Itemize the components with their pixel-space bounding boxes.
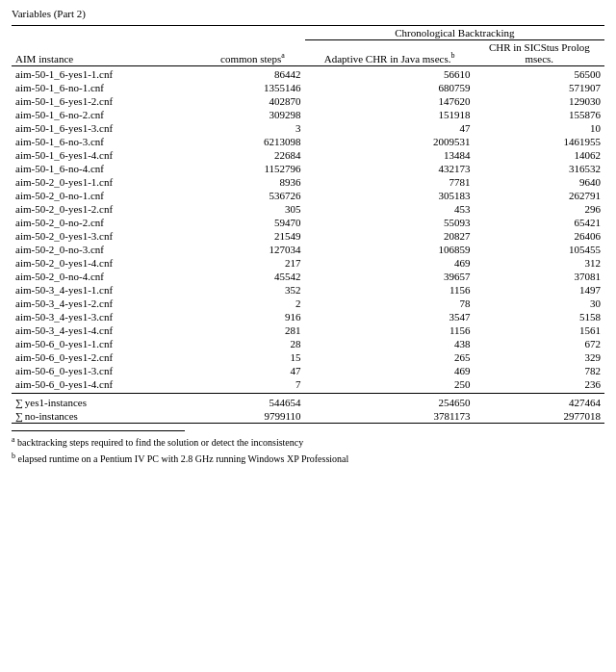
java-value: 469 — [305, 256, 475, 270]
col-header-instance: AIM instance — [12, 26, 200, 66]
table-row: aim-50-2_0-yes1-1.cnf 8936 7781 9640 — [12, 175, 604, 189]
prolog-value: 105455 — [475, 243, 604, 256]
java-value: 265 — [305, 350, 475, 364]
instance-name: aim-50-2_0-no-4.cnf — [12, 270, 200, 283]
table-row: aim-50-1_6-no-1.cnf 1355146 680759 57190… — [12, 81, 604, 94]
instance-name: aim-50-2_0-yes1-3.cnf — [12, 229, 200, 243]
steps-value: 59470 — [200, 216, 304, 229]
table-row: aim-50-1_6-yes1-2.cnf 402870 147620 1290… — [12, 94, 604, 108]
java-value: 305183 — [305, 189, 475, 202]
steps-sup: a — [281, 51, 285, 60]
steps-value: 305 — [200, 202, 304, 216]
sum-steps: 544654 — [200, 394, 304, 410]
prolog-value: 9640 — [475, 175, 604, 189]
java-value: 680759 — [305, 81, 475, 94]
steps-value: 2 — [200, 297, 304, 310]
prolog-value: 65421 — [475, 216, 604, 229]
table-row: aim-50-2_0-yes1-3.cnf 21549 20827 26406 — [12, 229, 604, 243]
instance-name: aim-50-1_6-yes1-1.cnf — [12, 67, 200, 81]
prolog-value: 155876 — [475, 108, 604, 121]
java-value: 453 — [305, 202, 475, 216]
col-header-prolog: CHR in SICStus Prolog msecs. — [475, 40, 604, 66]
prolog-value: 56500 — [475, 67, 604, 81]
java-value: 55093 — [305, 216, 475, 229]
prolog-value: 1561 — [475, 323, 604, 337]
instance-name: aim-50-2_0-no-1.cnf — [12, 189, 200, 202]
prolog-value: 296 — [475, 202, 604, 216]
steps-value: 86442 — [200, 67, 304, 81]
java-value: 7781 — [305, 175, 475, 189]
instance-name: aim-50-2_0-yes1-4.cnf — [12, 256, 200, 270]
instance-name: aim-50-3_4-yes1-4.cnf — [12, 323, 200, 337]
sum-java: 3781173 — [305, 409, 475, 424]
prolog-value: 782 — [475, 364, 604, 377]
java-value: 47 — [305, 121, 475, 135]
prolog-value: 571907 — [475, 81, 604, 94]
prolog-value: 26406 — [475, 229, 604, 243]
instance-name: aim-50-2_0-yes1-2.cnf — [12, 202, 200, 216]
instance-name: aim-50-6_0-yes1-3.cnf — [12, 364, 200, 377]
instance-name: aim-50-1_6-no-1.cnf — [12, 81, 200, 94]
java-value: 106859 — [305, 243, 475, 256]
java-sup: b — [450, 51, 454, 60]
java-value: 1156 — [305, 283, 475, 297]
sum-java: 254650 — [305, 394, 475, 410]
java-value: 78 — [305, 297, 475, 310]
col-header-steps: common stepsa — [200, 26, 304, 66]
instance-name: aim-50-1_6-yes1-2.cnf — [12, 94, 200, 108]
steps-value: 309298 — [200, 108, 304, 121]
steps-value: 8936 — [200, 175, 304, 189]
footnote: b elapsed runtime on a Pentium IV PC wit… — [12, 452, 604, 464]
instance-name: aim-50-1_6-yes1-4.cnf — [12, 148, 200, 162]
instance-name: aim-50-6_0-yes1-2.cnf — [12, 350, 200, 364]
sum-prolog: 2977018 — [475, 409, 604, 424]
steps-value: 916 — [200, 310, 304, 323]
steps-value: 7 — [200, 377, 304, 391]
instance-name: aim-50-6_0-yes1-1.cnf — [12, 337, 200, 350]
table-row: aim-50-1_6-no-4.cnf 1152796 432173 31653… — [12, 162, 604, 175]
table-row: aim-50-2_0-yes1-2.cnf 305 453 296 — [12, 202, 604, 216]
table-row: aim-50-1_6-no-3.cnf 6213098 2009531 1461… — [12, 135, 604, 148]
steps-value: 127034 — [200, 243, 304, 256]
steps-value: 536726 — [200, 189, 304, 202]
steps-value: 22684 — [200, 148, 304, 162]
page-title: Variables (Part 2) — [12, 8, 604, 19]
table-row: aim-50-6_0-yes1-1.cnf 28 438 672 — [12, 337, 604, 350]
table-row: aim-50-3_4-yes1-1.cnf 352 1156 1497 — [12, 283, 604, 297]
table-row: aim-50-3_4-yes1-2.cnf 2 78 30 — [12, 297, 604, 310]
instance-name: aim-50-1_6-no-2.cnf — [12, 108, 200, 121]
instance-name: aim-50-2_0-no-3.cnf — [12, 243, 200, 256]
prolog-value: 316532 — [475, 162, 604, 175]
table-row: aim-50-1_6-yes1-3.cnf 3 47 10 — [12, 121, 604, 135]
instance-name: aim-50-3_4-yes1-3.cnf — [12, 310, 200, 323]
table-row: aim-50-2_0-yes1-4.cnf 217 469 312 — [12, 256, 604, 270]
prolog-value: 5158 — [475, 310, 604, 323]
steps-value: 45542 — [200, 270, 304, 283]
sum-row: ∑yes1-instances 544654 254650 427464 — [12, 394, 604, 410]
footnote-divider — [12, 430, 185, 431]
java-value: 147620 — [305, 94, 475, 108]
steps-value: 21549 — [200, 229, 304, 243]
table-row: aim-50-2_0-no-4.cnf 45542 39657 37081 — [12, 270, 604, 283]
java-value: 3547 — [305, 310, 475, 323]
java-value: 1156 — [305, 323, 475, 337]
footnote: a backtracking steps required to find th… — [12, 435, 604, 448]
table-row: aim-50-3_4-yes1-3.cnf 916 3547 5158 — [12, 310, 604, 323]
prolog-value: 1497 — [475, 283, 604, 297]
prolog-value: 37081 — [475, 270, 604, 283]
table-row: aim-50-1_6-no-2.cnf 309298 151918 155876 — [12, 108, 604, 121]
java-value: 469 — [305, 364, 475, 377]
table-row: aim-50-2_0-no-3.cnf 127034 106859 105455 — [12, 243, 604, 256]
java-value: 13484 — [305, 148, 475, 162]
java-value: 151918 — [305, 108, 475, 121]
instance-name: aim-50-1_6-yes1-3.cnf — [12, 121, 200, 135]
steps-value: 28 — [200, 337, 304, 350]
instance-name: aim-50-1_6-no-3.cnf — [12, 135, 200, 148]
java-label: Adaptive CHR in Java msecs. — [324, 53, 451, 65]
instance-name: aim-50-2_0-no-2.cnf — [12, 216, 200, 229]
sum-label: ∑yes1-instances — [12, 394, 200, 410]
prolog-value: 312 — [475, 256, 604, 270]
steps-value: 1355146 — [200, 81, 304, 94]
java-value: 2009531 — [305, 135, 475, 148]
sum-prolog: 427464 — [475, 394, 604, 410]
